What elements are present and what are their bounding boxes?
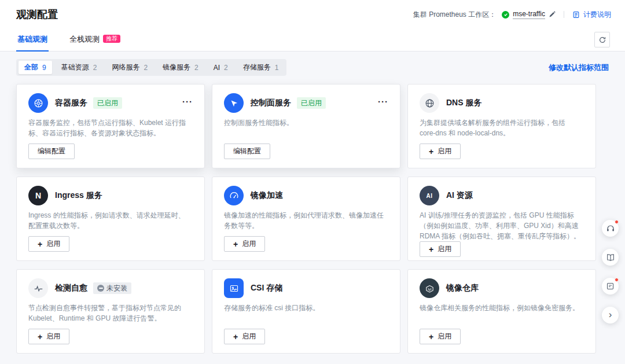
enable-button[interactable]: + 启用	[420, 241, 461, 257]
header-divider	[564, 11, 564, 18]
filter-storage-services[interactable]: 存储服务 1	[237, 61, 285, 74]
refresh-button[interactable]	[594, 32, 610, 47]
enable-button[interactable]: + 启用	[224, 329, 265, 344]
content-area: 全部 9 基础资源 2 网络服务 2 镜像服务 2 AI 2 存储服务 1	[0, 52, 625, 364]
card-title: AI 资源	[446, 190, 473, 201]
card-title: DNS 服务	[446, 98, 481, 108]
page-title: 观测配置	[16, 8, 58, 21]
filter-bar: 全部 9 基础资源 2 网络服务 2 镜像服务 2 AI 2 存储服务 1	[16, 59, 286, 76]
filter-network-services[interactable]: 网络服务 2	[106, 61, 153, 74]
edit-workspace-icon[interactable]	[549, 11, 556, 18]
notification-dot	[615, 220, 619, 224]
filter-label: AI	[214, 64, 220, 72]
billing-link[interactable]: 计费说明	[583, 10, 611, 20]
ai-icon: AI	[420, 186, 439, 205]
button-label: 编辑配置	[38, 146, 65, 156]
button-label: 启用	[438, 146, 451, 156]
button-label: 启用	[438, 332, 451, 341]
support-headset-button[interactable]	[602, 220, 619, 237]
tab-label: 全栈观测	[69, 34, 100, 45]
card-title: Ingress 服务	[55, 190, 102, 201]
button-label: 启用	[242, 332, 256, 341]
storage-image-icon	[224, 278, 244, 298]
card-container-service: 容器服务 已启用 ··· 容器服务监控，包括节点运行指标、Kubelet 运行指…	[16, 84, 205, 168]
button-label: 编辑配置	[233, 146, 261, 156]
plus-icon: +	[233, 332, 238, 340]
expand-chevron-button[interactable]: ›	[602, 307, 619, 323]
workspace-healthy-icon	[502, 11, 509, 19]
filter-label: 基础资源	[61, 62, 89, 72]
card-title: 镜像加速	[251, 190, 283, 201]
topbar-right: 集群 Prometheus 工作区： mse-traffic 计费说明	[413, 10, 611, 20]
filter-all[interactable]: 全部 9	[19, 61, 52, 74]
recommend-badge: 推荐	[103, 35, 120, 43]
status-badge-enabled: 已启用	[297, 97, 326, 109]
status-label: 未安装	[106, 283, 127, 293]
plus-icon: +	[38, 240, 42, 248]
card-title: 检测自愈	[55, 283, 87, 293]
button-label: 启用	[438, 244, 451, 254]
card-control-plane: 控制面服务 已启用 ··· 控制面服务性能指标。 编辑配置	[212, 84, 400, 168]
filter-image-services[interactable]: 镜像服务 2	[157, 61, 204, 74]
plus-icon: +	[233, 240, 238, 248]
enable-button[interactable]: + 启用	[224, 236, 265, 252]
card-title: 容器服务	[55, 98, 87, 108]
feedback-survey-button[interactable]	[602, 278, 619, 295]
button-label: 启用	[46, 239, 60, 249]
filter-basic-resources[interactable]: 基础资源 2	[56, 61, 103, 74]
workspace-label: 集群 Prometheus 工作区：	[413, 10, 496, 20]
plus-icon: +	[38, 332, 42, 340]
workspace-name-link[interactable]: mse-traffic	[513, 10, 545, 19]
more-menu-button[interactable]: ···	[378, 99, 388, 105]
status-badge-enabled: 已启用	[93, 97, 122, 109]
card-image-acceleration: 镜像加速 镜像加速的性能指标，例如代理请求数、镜像加速任务数等等。 + 启用	[212, 177, 400, 261]
filter-count: 9	[42, 64, 46, 72]
card-grid: 容器服务 已启用 ··· 容器服务监控，包括节点运行指标、Kubelet 运行指…	[16, 84, 596, 354]
filter-label: 全部	[24, 62, 38, 72]
floating-action-rail: ›	[602, 220, 619, 323]
card-ingress-service: N Ingress 服务 Ingress 的性能指标，例如请求数、请求处理延时、…	[16, 177, 205, 261]
plus-icon: +	[429, 245, 433, 253]
filter-label: 网络服务	[112, 62, 139, 72]
minus-circle-icon	[97, 285, 104, 292]
filter-row: 全部 9 基础资源 2 网络服务 2 镜像服务 2 AI 2 存储服务 1	[16, 59, 609, 76]
card-ai-resource: AI AI 资源 AI 训练/推理任务的资源监控，包括 GPU 性能指标（例如例…	[407, 177, 596, 261]
filter-count: 2	[144, 64, 148, 72]
container-registry-icon	[420, 278, 439, 298]
edit-config-button[interactable]: 编辑配置	[224, 144, 270, 159]
card-description: 节点检测自愈事件转报警，基于指标对节点常见的 Kubelet、Runtime 和…	[28, 303, 193, 323]
filter-label: 镜像服务	[163, 62, 190, 72]
card-description: AI 训练/推理任务的资源监控，包括 GPU 性能指标（例如例如温度、功率、利用…	[420, 210, 584, 241]
enable-button[interactable]: + 启用	[28, 236, 69, 252]
card-description: Ingress 的性能指标，例如请求数、请求处理延时、配置重载次数等。	[28, 210, 193, 231]
card-csi-storage: CSI 存储 存储服务的标准 csi 接口指标。 + 启用	[212, 269, 400, 354]
tab-fullstack-observation[interactable]: 全栈观测 推荐	[68, 34, 122, 51]
filter-ai[interactable]: AI 2	[208, 62, 234, 73]
card-description: 容器服务监控，包括节点运行指标、Kubelet 运行指标、容器运行指标、各资源对…	[28, 117, 193, 138]
edit-config-button[interactable]: 编辑配置	[28, 144, 75, 159]
edit-default-metrics-link[interactable]: 修改默认指标范围	[549, 62, 609, 73]
filter-count: 2	[93, 64, 97, 72]
heartbeat-icon	[28, 278, 48, 298]
more-menu-button[interactable]: ···	[182, 99, 193, 105]
speed-gauge-icon	[224, 186, 244, 205]
card-title: 控制面服务	[251, 98, 291, 108]
plus-icon: +	[429, 147, 433, 155]
filter-count: 1	[275, 64, 279, 72]
docs-book-button[interactable]	[602, 249, 619, 266]
card-description: 为集群提供域名解析服务的组件运行指标，包括 core-dns 和 node-lo…	[420, 117, 584, 138]
plus-icon: +	[429, 332, 433, 340]
topbar: 观测配置 集群 Prometheus 工作区： mse-traffic 计费说明	[0, 0, 625, 29]
enable-button[interactable]: + 启用	[28, 329, 69, 344]
button-label: 启用	[46, 332, 60, 341]
card-description: 存储服务的标准 csi 接口指标。	[224, 303, 388, 313]
card-self-healing: 检测自愈 未安装 节点检测自愈事件转报警，基于指标对节点常见的 Kubelet、…	[16, 269, 205, 354]
enable-button[interactable]: + 启用	[420, 329, 461, 344]
tab-basic-observation[interactable]: 基础观测	[16, 34, 49, 51]
dns-globe-icon	[420, 93, 439, 113]
tab-label: 基础观测	[17, 34, 47, 45]
card-dns-service: DNS 服务 为集群提供域名解析服务的组件运行指标，包括 core-dns 和 …	[407, 84, 596, 168]
card-description: 镜像仓库相关服务的性能指标，例如镜像免密服务。	[420, 303, 584, 313]
enable-button[interactable]: + 启用	[420, 144, 461, 159]
card-title: 镜像仓库	[446, 283, 479, 293]
